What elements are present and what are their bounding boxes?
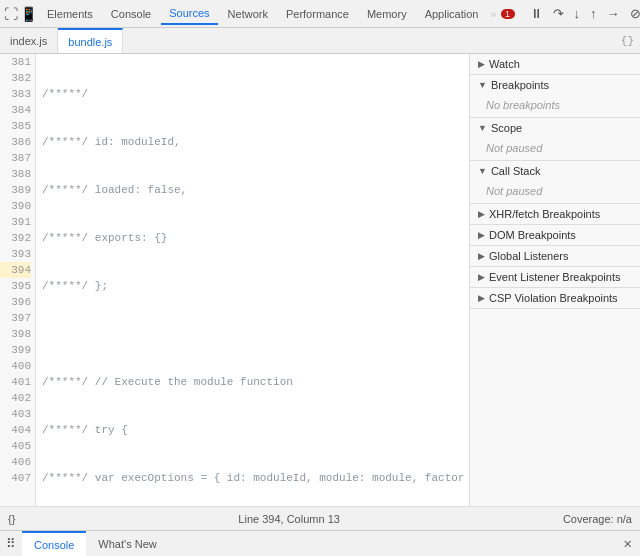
console-drag-handle[interactable]: ⠿ — [0, 536, 22, 552]
section-breakpoints: ▼ Breakpoints No breakpoints — [470, 75, 640, 118]
tab-indexjs[interactable]: index.js — [0, 28, 58, 53]
section-event: ▶ Event Listener Breakpoints — [470, 267, 640, 288]
console-close-btn[interactable]: ✕ — [616, 535, 640, 552]
watch-label: Watch — [489, 58, 520, 70]
ln-397: 397 — [0, 310, 31, 326]
section-scope-header[interactable]: ▼ Scope — [470, 118, 640, 138]
status-line-col: Line 394, Column 13 — [238, 513, 340, 525]
status-coverage: Coverage: n/a — [563, 513, 632, 525]
section-breakpoints-header[interactable]: ▼ Breakpoints — [470, 75, 640, 95]
code-line-382: /*****/ id: moduleId, — [42, 134, 469, 150]
source-tab-bar: index.js bundle.js {} — [0, 28, 640, 54]
section-global-header[interactable]: ▶ Global Listeners — [470, 246, 640, 266]
console-tab-whatsnew[interactable]: What's New — [86, 531, 168, 556]
xhr-arrow: ▶ — [478, 209, 485, 219]
ln-403: 403 — [0, 406, 31, 422]
deactivate-btn[interactable]: ⊘ — [627, 5, 640, 22]
tab-application[interactable]: Application — [417, 4, 487, 24]
breakpoints-label: Breakpoints — [491, 79, 549, 91]
ln-395: 395 — [0, 278, 31, 294]
right-panel: ▶ Watch ▼ Breakpoints No breakpoints ▼ S… — [470, 54, 640, 506]
section-watch: ▶ Watch — [470, 54, 640, 75]
ln-406: 406 — [0, 454, 31, 470]
section-global: ▶ Global Listeners — [470, 246, 640, 267]
step-over-btn[interactable]: ↷ — [550, 5, 567, 22]
code-line-387: /*****/ // Execute the module function — [42, 374, 469, 390]
callstack-content: Not paused — [470, 181, 640, 203]
section-xhr-header[interactable]: ▶ XHR/fetch Breakpoints — [470, 204, 640, 224]
section-callstack-header[interactable]: ▼ Call Stack — [470, 161, 640, 181]
ln-393: 393 — [0, 246, 31, 262]
ln-386: 386 — [0, 134, 31, 150]
csp-label: CSP Violation Breakpoints — [489, 292, 618, 304]
ln-384: 384 — [0, 102, 31, 118]
format-btn[interactable]: {} — [615, 35, 640, 47]
ln-398: 398 — [0, 326, 31, 342]
global-arrow: ▶ — [478, 251, 485, 261]
ln-402: 402 — [0, 390, 31, 406]
line-numbers: 381 382 383 384 385 386 387 388 389 390 … — [0, 54, 36, 506]
ln-388: 388 — [0, 166, 31, 182]
ln-390: 390 — [0, 198, 31, 214]
devtools-top-bar: ⛶ 📱 Elements Console Sources Network Per… — [0, 0, 640, 28]
status-position: {} — [8, 513, 15, 525]
ln-400: 400 — [0, 358, 31, 374]
tab-elements[interactable]: Elements — [39, 4, 101, 24]
ln-401: 401 — [0, 374, 31, 390]
ln-383: 383 — [0, 86, 31, 102]
console-tab-bar: ⠿ Console What's New ✕ — [0, 531, 640, 556]
section-dom: ▶ DOM Breakpoints — [470, 225, 640, 246]
code-panel: 381 382 383 384 385 386 387 388 389 390 … — [0, 54, 470, 506]
code-line-385: /*****/ }; — [42, 278, 469, 294]
pause-btn[interactable]: ⏸ — [527, 5, 546, 22]
debug-controls: ⏸ ↷ ↓ ↑ → ⊘ — [527, 5, 640, 22]
code-line-388: /*****/ try { — [42, 422, 469, 438]
tab-bundlejs[interactable]: bundle.js — [58, 28, 123, 53]
ln-407: 407 — [0, 470, 31, 486]
ln-405: 405 — [0, 438, 31, 454]
scope-label: Scope — [491, 122, 522, 134]
code-text: /*****/ /*****/ id: moduleId, /*****/ lo… — [36, 54, 469, 506]
ln-385: 385 — [0, 118, 31, 134]
scope-arrow: ▼ — [478, 123, 487, 133]
tab-network[interactable]: Network — [220, 4, 276, 24]
ln-396: 396 — [0, 294, 31, 310]
dom-label: DOM Breakpoints — [489, 229, 576, 241]
watch-arrow: ▶ — [478, 59, 485, 69]
section-csp: ▶ CSP Violation Breakpoints — [470, 288, 640, 309]
breakpoints-content: No breakpoints — [470, 95, 640, 117]
event-label: Event Listener Breakpoints — [489, 271, 620, 283]
tab-sources[interactable]: Sources — [161, 3, 217, 25]
tab-console[interactable]: Console — [103, 4, 159, 24]
step-out-btn[interactable]: ↑ — [587, 5, 600, 22]
section-csp-header[interactable]: ▶ CSP Violation Breakpoints — [470, 288, 640, 308]
status-bar: {} Line 394, Column 13 Coverage: n/a — [0, 506, 640, 530]
main-area: 381 382 383 384 385 386 387 388 389 390 … — [0, 54, 640, 506]
device-icon[interactable]: 📱 — [20, 4, 37, 24]
code-content: 381 382 383 384 385 386 387 388 389 390 … — [0, 54, 469, 506]
tab-performance[interactable]: Performance — [278, 4, 357, 24]
scope-content: Not paused — [470, 138, 640, 160]
console-tab-console[interactable]: Console — [22, 531, 86, 556]
ln-392: 392 — [0, 230, 31, 246]
ln-399: 399 — [0, 342, 31, 358]
section-dom-header[interactable]: ▶ DOM Breakpoints — [470, 225, 640, 245]
top-right-icons: 1 ⏸ ↷ ↓ ↑ → ⊘ ⚙ ⋮ — [501, 4, 640, 24]
code-line-381: /*****/ — [42, 86, 469, 102]
ln-391: 391 — [0, 214, 31, 230]
step-btn[interactable]: → — [604, 5, 623, 22]
inspect-icon[interactable]: ⛶ — [4, 4, 18, 24]
section-event-header[interactable]: ▶ Event Listener Breakpoints — [470, 267, 640, 287]
xhr-label: XHR/fetch Breakpoints — [489, 208, 600, 220]
tab-memory[interactable]: Memory — [359, 4, 415, 24]
ln-404: 404 — [0, 422, 31, 438]
callstack-label: Call Stack — [491, 165, 541, 177]
dom-arrow: ▶ — [478, 230, 485, 240]
section-watch-header[interactable]: ▶ Watch — [470, 54, 640, 74]
code-line-384: /*****/ exports: {} — [42, 230, 469, 246]
step-into-btn[interactable]: ↓ — [571, 5, 584, 22]
code-line-389: /*****/ var execOptions = { id: moduleId… — [42, 470, 469, 486]
csp-arrow: ▶ — [478, 293, 485, 303]
ln-387: 387 — [0, 150, 31, 166]
ln-381: 381 — [0, 54, 31, 70]
